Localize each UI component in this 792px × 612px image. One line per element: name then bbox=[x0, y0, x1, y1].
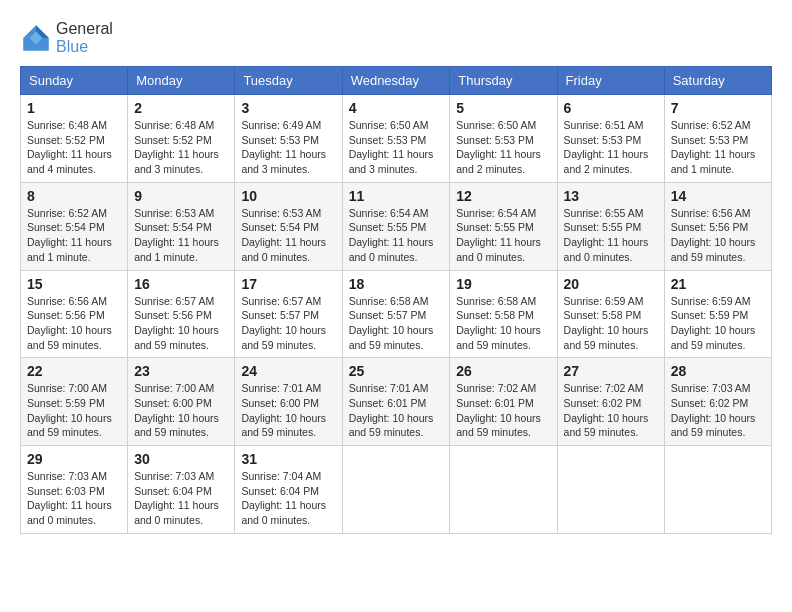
logo-icon bbox=[20, 22, 52, 54]
day-info: Sunrise: 7:02 AMSunset: 6:02 PMDaylight:… bbox=[564, 381, 658, 440]
day-number: 21 bbox=[671, 276, 765, 292]
table-row: 8 Sunrise: 6:52 AMSunset: 5:54 PMDayligh… bbox=[21, 182, 128, 270]
day-number: 10 bbox=[241, 188, 335, 204]
day-info: Sunrise: 6:50 AMSunset: 5:53 PMDaylight:… bbox=[456, 118, 550, 177]
table-row: 7 Sunrise: 6:52 AMSunset: 5:53 PMDayligh… bbox=[664, 95, 771, 183]
table-row bbox=[557, 446, 664, 534]
calendar-week-row: 1 Sunrise: 6:48 AMSunset: 5:52 PMDayligh… bbox=[21, 95, 772, 183]
day-number: 27 bbox=[564, 363, 658, 379]
calendar-week-row: 22 Sunrise: 7:00 AMSunset: 5:59 PMDaylig… bbox=[21, 358, 772, 446]
day-info: Sunrise: 6:54 AMSunset: 5:55 PMDaylight:… bbox=[349, 206, 444, 265]
table-row: 11 Sunrise: 6:54 AMSunset: 5:55 PMDaylig… bbox=[342, 182, 450, 270]
logo-general-text: General bbox=[56, 20, 113, 37]
day-info: Sunrise: 6:49 AMSunset: 5:53 PMDaylight:… bbox=[241, 118, 335, 177]
day-number: 12 bbox=[456, 188, 550, 204]
table-row: 26 Sunrise: 7:02 AMSunset: 6:01 PMDaylig… bbox=[450, 358, 557, 446]
calendar-table: Sunday Monday Tuesday Wednesday Thursday… bbox=[20, 66, 772, 534]
day-number: 20 bbox=[564, 276, 658, 292]
day-info: Sunrise: 6:52 AMSunset: 5:54 PMDaylight:… bbox=[27, 206, 121, 265]
table-row bbox=[664, 446, 771, 534]
day-number: 23 bbox=[134, 363, 228, 379]
day-number: 3 bbox=[241, 100, 335, 116]
table-row: 5 Sunrise: 6:50 AMSunset: 5:53 PMDayligh… bbox=[450, 95, 557, 183]
day-info: Sunrise: 7:01 AMSunset: 6:01 PMDaylight:… bbox=[349, 381, 444, 440]
day-info: Sunrise: 6:56 AMSunset: 5:56 PMDaylight:… bbox=[27, 294, 121, 353]
table-row: 16 Sunrise: 6:57 AMSunset: 5:56 PMDaylig… bbox=[128, 270, 235, 358]
day-info: Sunrise: 6:48 AMSunset: 5:52 PMDaylight:… bbox=[134, 118, 228, 177]
calendar-week-row: 29 Sunrise: 7:03 AMSunset: 6:03 PMDaylig… bbox=[21, 446, 772, 534]
day-number: 17 bbox=[241, 276, 335, 292]
day-number: 18 bbox=[349, 276, 444, 292]
day-number: 26 bbox=[456, 363, 550, 379]
day-number: 15 bbox=[27, 276, 121, 292]
table-row: 1 Sunrise: 6:48 AMSunset: 5:52 PMDayligh… bbox=[21, 95, 128, 183]
logo: General Blue bbox=[20, 20, 113, 56]
day-info: Sunrise: 6:53 AMSunset: 5:54 PMDaylight:… bbox=[134, 206, 228, 265]
day-number: 4 bbox=[349, 100, 444, 116]
col-wednesday: Wednesday bbox=[342, 67, 450, 95]
table-row: 21 Sunrise: 6:59 AMSunset: 5:59 PMDaylig… bbox=[664, 270, 771, 358]
day-number: 25 bbox=[349, 363, 444, 379]
day-info: Sunrise: 6:57 AMSunset: 5:56 PMDaylight:… bbox=[134, 294, 228, 353]
table-row: 10 Sunrise: 6:53 AMSunset: 5:54 PMDaylig… bbox=[235, 182, 342, 270]
col-thursday: Thursday bbox=[450, 67, 557, 95]
calendar-week-row: 8 Sunrise: 6:52 AMSunset: 5:54 PMDayligh… bbox=[21, 182, 772, 270]
table-row: 3 Sunrise: 6:49 AMSunset: 5:53 PMDayligh… bbox=[235, 95, 342, 183]
day-number: 14 bbox=[671, 188, 765, 204]
table-row: 30 Sunrise: 7:03 AMSunset: 6:04 PMDaylig… bbox=[128, 446, 235, 534]
table-row: 12 Sunrise: 6:54 AMSunset: 5:55 PMDaylig… bbox=[450, 182, 557, 270]
table-row: 18 Sunrise: 6:58 AMSunset: 5:57 PMDaylig… bbox=[342, 270, 450, 358]
table-row: 4 Sunrise: 6:50 AMSunset: 5:53 PMDayligh… bbox=[342, 95, 450, 183]
day-info: Sunrise: 6:56 AMSunset: 5:56 PMDaylight:… bbox=[671, 206, 765, 265]
day-number: 22 bbox=[27, 363, 121, 379]
table-row: 28 Sunrise: 7:03 AMSunset: 6:02 PMDaylig… bbox=[664, 358, 771, 446]
table-row: 2 Sunrise: 6:48 AMSunset: 5:52 PMDayligh… bbox=[128, 95, 235, 183]
day-number: 31 bbox=[241, 451, 335, 467]
weekday-header-row: Sunday Monday Tuesday Wednesday Thursday… bbox=[21, 67, 772, 95]
day-number: 6 bbox=[564, 100, 658, 116]
day-info: Sunrise: 6:50 AMSunset: 5:53 PMDaylight:… bbox=[349, 118, 444, 177]
calendar-week-row: 15 Sunrise: 6:56 AMSunset: 5:56 PMDaylig… bbox=[21, 270, 772, 358]
col-saturday: Saturday bbox=[664, 67, 771, 95]
day-info: Sunrise: 6:55 AMSunset: 5:55 PMDaylight:… bbox=[564, 206, 658, 265]
day-number: 7 bbox=[671, 100, 765, 116]
day-info: Sunrise: 6:51 AMSunset: 5:53 PMDaylight:… bbox=[564, 118, 658, 177]
table-row: 15 Sunrise: 6:56 AMSunset: 5:56 PMDaylig… bbox=[21, 270, 128, 358]
day-number: 28 bbox=[671, 363, 765, 379]
table-row: 24 Sunrise: 7:01 AMSunset: 6:00 PMDaylig… bbox=[235, 358, 342, 446]
day-number: 2 bbox=[134, 100, 228, 116]
col-monday: Monday bbox=[128, 67, 235, 95]
day-info: Sunrise: 6:57 AMSunset: 5:57 PMDaylight:… bbox=[241, 294, 335, 353]
table-row: 13 Sunrise: 6:55 AMSunset: 5:55 PMDaylig… bbox=[557, 182, 664, 270]
logo-blue-text: Blue bbox=[56, 38, 88, 55]
day-info: Sunrise: 7:03 AMSunset: 6:02 PMDaylight:… bbox=[671, 381, 765, 440]
day-number: 24 bbox=[241, 363, 335, 379]
table-row: 20 Sunrise: 6:59 AMSunset: 5:58 PMDaylig… bbox=[557, 270, 664, 358]
day-info: Sunrise: 7:04 AMSunset: 6:04 PMDaylight:… bbox=[241, 469, 335, 528]
day-number: 29 bbox=[27, 451, 121, 467]
day-info: Sunrise: 7:00 AMSunset: 5:59 PMDaylight:… bbox=[27, 381, 121, 440]
day-number: 30 bbox=[134, 451, 228, 467]
day-number: 11 bbox=[349, 188, 444, 204]
day-number: 13 bbox=[564, 188, 658, 204]
day-info: Sunrise: 6:52 AMSunset: 5:53 PMDaylight:… bbox=[671, 118, 765, 177]
col-tuesday: Tuesday bbox=[235, 67, 342, 95]
day-number: 8 bbox=[27, 188, 121, 204]
table-row: 6 Sunrise: 6:51 AMSunset: 5:53 PMDayligh… bbox=[557, 95, 664, 183]
day-number: 19 bbox=[456, 276, 550, 292]
day-info: Sunrise: 6:58 AMSunset: 5:57 PMDaylight:… bbox=[349, 294, 444, 353]
day-number: 16 bbox=[134, 276, 228, 292]
day-number: 9 bbox=[134, 188, 228, 204]
col-friday: Friday bbox=[557, 67, 664, 95]
table-row: 29 Sunrise: 7:03 AMSunset: 6:03 PMDaylig… bbox=[21, 446, 128, 534]
col-sunday: Sunday bbox=[21, 67, 128, 95]
table-row: 27 Sunrise: 7:02 AMSunset: 6:02 PMDaylig… bbox=[557, 358, 664, 446]
day-info: Sunrise: 6:58 AMSunset: 5:58 PMDaylight:… bbox=[456, 294, 550, 353]
table-row: 14 Sunrise: 6:56 AMSunset: 5:56 PMDaylig… bbox=[664, 182, 771, 270]
table-row: 25 Sunrise: 7:01 AMSunset: 6:01 PMDaylig… bbox=[342, 358, 450, 446]
table-row bbox=[450, 446, 557, 534]
day-number: 1 bbox=[27, 100, 121, 116]
day-info: Sunrise: 6:59 AMSunset: 5:59 PMDaylight:… bbox=[671, 294, 765, 353]
day-info: Sunrise: 7:03 AMSunset: 6:04 PMDaylight:… bbox=[134, 469, 228, 528]
table-row: 19 Sunrise: 6:58 AMSunset: 5:58 PMDaylig… bbox=[450, 270, 557, 358]
